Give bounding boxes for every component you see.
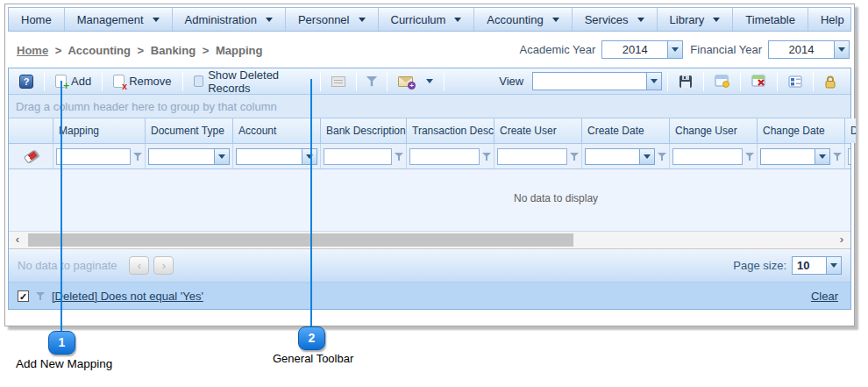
column-header-change-date[interactable]: Change Date xyxy=(758,118,845,143)
dropdown-button[interactable] xyxy=(302,149,317,164)
column-header-create-user[interactable]: Create User xyxy=(494,118,582,143)
filter-button[interactable] xyxy=(362,75,381,88)
filter-funnel-icon[interactable] xyxy=(395,152,403,161)
remove-button[interactable]: Remove xyxy=(108,73,176,90)
bank-description-filter-input[interactable] xyxy=(324,148,392,165)
document-type-filter-select[interactable] xyxy=(148,148,230,165)
active-filter-link[interactable]: [Deleted] Does not equal 'Yes' xyxy=(52,290,203,303)
change-user-filter-input[interactable] xyxy=(672,148,743,165)
filter-funnel-icon[interactable] xyxy=(570,152,579,161)
view-dropdown-button[interactable] xyxy=(646,73,661,90)
column-header-document-type[interactable]: Document Type xyxy=(146,118,233,143)
account-filter-select[interactable] xyxy=(236,148,317,165)
next-page-button[interactable]: › xyxy=(153,256,174,275)
export-button[interactable]: + xyxy=(393,75,438,89)
column-header-bank-description[interactable]: Bank Description xyxy=(321,118,407,143)
view-management-icons xyxy=(662,72,845,91)
help-button[interactable]: ? xyxy=(14,73,39,90)
filter-row xyxy=(9,144,850,169)
scroll-right-arrow[interactable]: › xyxy=(835,232,849,248)
academic-year-label: Academic Year xyxy=(520,43,596,56)
nav-item-timetable[interactable]: Timetable xyxy=(733,8,808,31)
callout-badge-1: 1 xyxy=(48,331,75,355)
eraser-icon[interactable] xyxy=(23,149,38,163)
show-deleted-records-toggle[interactable]: Show Deleted Records xyxy=(189,67,316,97)
clear-filter-link[interactable]: Clear xyxy=(811,290,838,303)
breadcrumb-home-link[interactable]: Home xyxy=(17,44,48,57)
nav-label: Personnel xyxy=(298,13,350,26)
view-details-icon xyxy=(788,75,802,88)
clear-filters-cell xyxy=(9,144,53,168)
dropdown-button[interactable] xyxy=(815,149,829,164)
view-select[interactable] xyxy=(532,72,662,90)
dropdown-button[interactable] xyxy=(639,149,654,164)
change-date-filter-select[interactable] xyxy=(760,148,830,165)
filter-funnel-icon[interactable] xyxy=(482,152,491,161)
delete-view-button[interactable] xyxy=(746,73,772,90)
view-details-button[interactable] xyxy=(783,74,808,90)
transaction-desc-filter-input[interactable] xyxy=(409,148,480,165)
toolbar-separator xyxy=(356,72,357,91)
new-view-icon xyxy=(715,75,729,88)
nav-item-home[interactable]: Home xyxy=(9,8,65,31)
financial-year-dropdown-button[interactable] xyxy=(834,41,849,58)
remove-button-label: Remove xyxy=(129,75,171,88)
mapping-grid: ? Add Remove Show Deleted Records + xyxy=(8,68,851,310)
nav-item-personnel[interactable]: Personnel xyxy=(286,8,379,31)
toolbar-separator xyxy=(444,72,445,91)
nav-label: Library xyxy=(670,13,705,26)
filter-funnel-icon[interactable] xyxy=(133,152,142,161)
create-user-filter-input[interactable] xyxy=(497,148,567,165)
filter-funnel-icon[interactable] xyxy=(658,152,666,161)
card-view-icon xyxy=(331,76,345,87)
filter-cell-create-user xyxy=(494,144,582,168)
create-date-filter-select[interactable] xyxy=(585,148,655,165)
card-view-button[interactable] xyxy=(326,75,351,89)
toolbar-separator xyxy=(813,72,814,91)
nav-item-library[interactable]: Library xyxy=(658,8,734,31)
column-header-create-date[interactable]: Create Date xyxy=(582,118,670,143)
filter-funnel-icon[interactable] xyxy=(833,152,842,161)
page-size-dropdown-button[interactable] xyxy=(826,257,841,274)
save-view-button[interactable] xyxy=(673,73,698,90)
column-header-mapping[interactable]: Mapping xyxy=(53,118,146,143)
nav-item-management[interactable]: Management xyxy=(65,8,173,31)
horizontal-scrollbar[interactable]: ‹ › xyxy=(9,232,850,249)
help-icon: ? xyxy=(19,75,33,89)
group-by-panel[interactable]: Drag a column header here to group by th… xyxy=(9,95,850,118)
column-header-account[interactable]: Account xyxy=(233,118,321,143)
chevron-down-icon xyxy=(552,18,559,22)
show-deleted-checkbox[interactable] xyxy=(194,75,204,87)
scrollbar-thumb[interactable] xyxy=(28,233,573,247)
main-nav-bar: Home Management Administration Personnel… xyxy=(8,7,851,32)
new-view-button[interactable] xyxy=(709,73,735,90)
grid-data-area: No data to display xyxy=(9,169,850,232)
scroll-left-arrow[interactable]: ‹ xyxy=(11,232,25,248)
academic-year-dropdown-button[interactable] xyxy=(667,41,682,58)
chevron-down-icon xyxy=(644,154,651,159)
nav-item-curriculum[interactable]: Curriculum xyxy=(379,8,475,31)
academic-year-select[interactable]: 2014 xyxy=(601,40,683,59)
mapping-filter-input[interactable] xyxy=(56,148,131,165)
nav-item-services[interactable]: Services xyxy=(573,8,658,31)
chevron-down-icon xyxy=(153,18,160,22)
callout-label-general-toolbar: General Toolbar xyxy=(273,352,353,365)
add-button[interactable]: Add xyxy=(50,73,96,90)
toolbar-separator xyxy=(44,72,45,91)
dropdown-button[interactable] xyxy=(214,149,229,164)
deleted-filter-input[interactable] xyxy=(848,148,850,165)
column-header-transaction-desc[interactable]: Transaction Desc xyxy=(407,118,494,143)
nav-item-accounting[interactable]: Accounting xyxy=(474,8,572,31)
filter-funnel-icon[interactable] xyxy=(745,152,754,161)
lock-button[interactable] xyxy=(819,73,842,90)
financial-year-select[interactable]: 2014 xyxy=(768,40,850,59)
column-header-deleted[interactable]: Deleted xyxy=(845,118,856,143)
filter-enabled-checkbox[interactable]: ✓ xyxy=(18,290,29,302)
prev-page-button[interactable]: ‹ xyxy=(129,256,149,275)
financial-year-label: Financial Year xyxy=(690,43,762,56)
save-icon xyxy=(679,75,693,89)
page-size-select[interactable]: 10 xyxy=(792,256,842,275)
column-header-change-user[interactable]: Change User xyxy=(670,118,758,143)
nav-item-administration[interactable]: Administration xyxy=(173,8,286,31)
nav-item-help[interactable]: Help xyxy=(808,8,857,31)
